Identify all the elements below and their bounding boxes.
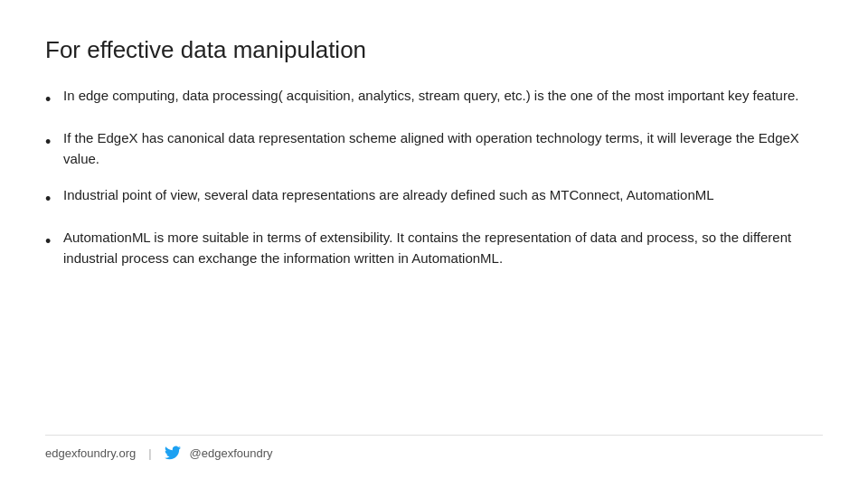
bullet-dot: • [45, 230, 63, 254]
bullet-dot: • [45, 88, 63, 112]
bullet-dot: • [45, 187, 63, 211]
bullet-text: AutomationML is more suitable in terms o… [63, 228, 823, 268]
content-area: For effective data manipulation •In edge… [45, 36, 823, 435]
list-item: •If the EdgeX has canonical data represe… [45, 128, 823, 169]
bullet-text: If the EdgeX has canonical data represen… [63, 128, 823, 169]
list-item: •AutomationML is more suitable in terms … [45, 228, 823, 268]
slide-container: For effective data manipulation •In edge… [0, 0, 868, 488]
bullet-text: In edge computing, data processing( acqu… [63, 86, 823, 107]
footer-website: edgexfoundry.org [45, 446, 136, 460]
list-item: •In edge computing, data processing( acq… [45, 86, 823, 112]
twitter-icon [165, 445, 181, 461]
footer: edgexfoundry.org | @edgexfoundry [45, 435, 823, 461]
bullet-text: Industrial point of view, several data r… [63, 185, 823, 206]
footer-twitter-handle: @edgexfoundry [190, 446, 273, 460]
bullet-list: •In edge computing, data processing( acq… [45, 86, 823, 285]
slide-title: For effective data manipulation [45, 36, 823, 64]
bullet-dot: • [45, 130, 63, 155]
list-item: •Industrial point of view, several data … [45, 185, 823, 211]
footer-divider: | [148, 446, 151, 460]
